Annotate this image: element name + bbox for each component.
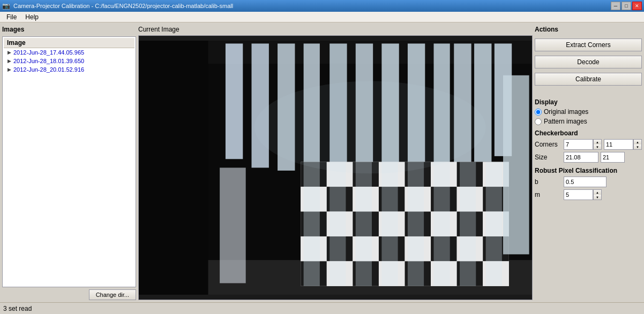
title-bar: 📷 Camera-Projector Calibration - C:/facu… xyxy=(0,0,644,12)
checkerboard-section: Checkerboard Corners ▲ ▼ ▲ ▼ xyxy=(535,129,642,163)
pattern-images-radio[interactable] xyxy=(535,118,542,125)
calibrate-button[interactable]: Calibrate xyxy=(535,73,642,86)
svg-rect-60 xyxy=(356,162,372,286)
tree-item-2[interactable]: ▶ 2012-Jun-28_20.01.52.916 xyxy=(4,65,134,74)
original-images-radio-row: Original images xyxy=(535,108,642,116)
corners-spinner-2: ▲ ▼ xyxy=(633,139,642,150)
main-container: Images Image ▶ 2012-Jun-28_17.44.05.965 … xyxy=(0,22,644,302)
svg-rect-3 xyxy=(139,41,208,295)
robust-title: Robust Pixel Classification xyxy=(535,167,642,174)
m-spinner: ▲ ▼ xyxy=(593,189,602,200)
images-label: Images xyxy=(2,25,136,34)
svg-rect-57 xyxy=(220,168,246,284)
size-label: Size xyxy=(535,154,561,161)
corners-down-1[interactable]: ▼ xyxy=(594,144,601,149)
m-label: m xyxy=(535,191,561,198)
corners-up-1[interactable]: ▲ xyxy=(594,140,601,144)
m-input-container: ▲ ▼ xyxy=(564,189,602,200)
status-bar: 3 set read xyxy=(0,302,644,314)
corners-input-1[interactable] xyxy=(564,139,593,150)
corners-up-2[interactable]: ▲ xyxy=(634,140,641,144)
svg-point-67 xyxy=(254,81,486,174)
original-images-label: Original images xyxy=(544,108,588,116)
help-menu[interactable]: Help xyxy=(21,12,43,22)
b-input[interactable] xyxy=(564,177,606,187)
corners-label: Corners xyxy=(535,141,561,148)
close-button[interactable]: ✕ xyxy=(632,2,642,10)
size-input-2[interactable] xyxy=(601,152,625,163)
extract-corners-button[interactable]: Extract Corners xyxy=(535,39,642,51)
svg-rect-4 xyxy=(226,43,243,159)
svg-rect-66 xyxy=(503,75,529,255)
svg-rect-64 xyxy=(460,162,476,286)
calibration-svg xyxy=(139,36,532,300)
image-display xyxy=(138,35,533,300)
corners-row: Corners ▲ ▼ ▲ ▼ xyxy=(535,139,642,150)
m-up[interactable]: ▲ xyxy=(594,190,601,195)
change-dir-button[interactable]: Change dir... xyxy=(89,289,136,300)
m-input[interactable] xyxy=(564,189,593,200)
m-down[interactable]: ▼ xyxy=(594,195,601,200)
display-section: Display Original images Pattern images xyxy=(535,98,642,125)
decode-button[interactable]: Decode xyxy=(535,56,642,68)
tree-item-0[interactable]: ▶ 2012-Jun-28_17.44.05.965 xyxy=(4,48,134,57)
tree-arrow-2: ▶ xyxy=(6,66,12,73)
corners-down-2[interactable]: ▼ xyxy=(634,144,641,149)
actions-label: Actions xyxy=(535,25,642,34)
original-images-radio[interactable] xyxy=(535,109,542,116)
status-text: 3 set read xyxy=(3,305,32,312)
tree-arrow-1: ▶ xyxy=(6,58,12,64)
size-input-1[interactable] xyxy=(564,152,598,163)
b-row: b xyxy=(535,177,642,187)
pattern-images-radio-row: Pattern images xyxy=(535,118,642,125)
right-panel: Actions Extract Corners Decode Calibrate… xyxy=(535,25,642,300)
svg-rect-58 xyxy=(304,162,320,286)
current-image-label: Current Image xyxy=(138,25,533,35)
menu-bar: File Help xyxy=(0,12,644,22)
file-menu[interactable]: File xyxy=(2,12,21,22)
minimize-button[interactable]: ─ xyxy=(611,2,620,10)
tree-arrow-0: ▶ xyxy=(6,49,12,56)
image-tree: Image ▶ 2012-Jun-28_17.44.05.965 ▶ 2012-… xyxy=(2,36,136,287)
app-icon: 📷 xyxy=(2,2,10,10)
pattern-images-label: Pattern images xyxy=(544,118,587,125)
svg-rect-65 xyxy=(486,162,502,286)
tree-item-1[interactable]: ▶ 2012-Jun-28_18.01.39.650 xyxy=(4,57,134,65)
display-title: Display xyxy=(535,98,642,106)
corners-spinner-1: ▲ ▼ xyxy=(593,139,602,150)
svg-rect-63 xyxy=(434,162,450,286)
m-row: m ▲ ▼ xyxy=(535,189,642,200)
window-title: Camera-Projector Calibration - C:/facu/E… xyxy=(13,3,233,9)
robust-section: Robust Pixel Classification b m ▲ ▼ xyxy=(535,167,642,200)
tree-header: Image xyxy=(4,38,134,48)
b-label: b xyxy=(535,178,561,186)
corners-input-2-container: ▲ ▼ xyxy=(604,139,642,150)
svg-rect-62 xyxy=(408,162,424,286)
size-row: Size xyxy=(535,152,642,163)
corners-input-2[interactable] xyxy=(604,139,633,150)
svg-rect-5 xyxy=(251,43,268,167)
svg-rect-61 xyxy=(381,162,398,286)
svg-rect-59 xyxy=(330,162,346,286)
maximize-button[interactable]: □ xyxy=(621,2,631,10)
checkerboard-title: Checkerboard xyxy=(535,129,642,137)
corners-input-1-container: ▲ ▼ xyxy=(564,139,602,150)
center-panel: Current Image xyxy=(138,25,533,300)
left-panel: Images Image ▶ 2012-Jun-28_17.44.05.965 … xyxy=(2,25,136,300)
